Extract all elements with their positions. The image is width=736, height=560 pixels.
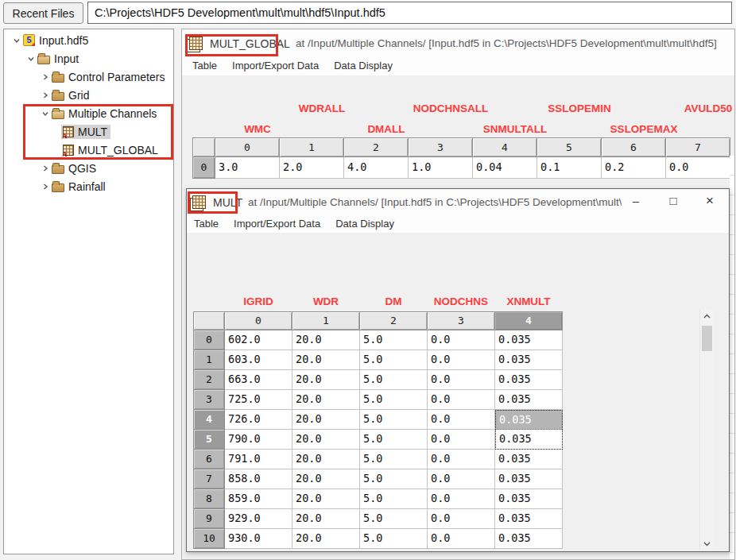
table-cell[interactable]: 20.0 xyxy=(292,370,360,390)
row-header[interactable]: 6 xyxy=(193,450,225,469)
column-header[interactable]: 5 xyxy=(537,137,602,157)
table-cell[interactable]: 603.0 xyxy=(225,350,292,370)
table-cell[interactable]: 5.0 xyxy=(360,390,428,410)
row-header-selected[interactable]: 5 xyxy=(193,430,225,450)
chevron-right-icon[interactable] xyxy=(39,163,52,174)
table-cell[interactable]: 0.0 xyxy=(428,430,495,450)
table-cell[interactable]: 0.0 xyxy=(428,410,495,430)
chevron-right-icon[interactable] xyxy=(39,71,52,83)
table-cell[interactable]: 5.0 xyxy=(360,370,428,390)
menu-item-table[interactable]: Table xyxy=(194,218,219,230)
table-cell[interactable]: 5.0 xyxy=(360,489,428,509)
tree-item-grid[interactable]: Grid xyxy=(4,86,173,104)
close-button[interactable]: × xyxy=(697,189,722,214)
table-cell[interactable]: 20.0 xyxy=(292,450,360,469)
minimize-button[interactable]: – xyxy=(623,189,649,214)
tree-item-mult[interactable]: A MULT xyxy=(4,122,173,141)
table-cell[interactable]: 859.0 xyxy=(225,489,292,509)
row-header[interactable]: 3 xyxy=(193,390,225,410)
table-cell[interactable]: 3.0 xyxy=(215,157,280,179)
scroll-up-icon[interactable] xyxy=(700,310,714,322)
table-cell[interactable]: 20.0 xyxy=(292,330,360,350)
table-cell[interactable]: 20.0 xyxy=(292,529,360,549)
table-cell[interactable]: 726.0 xyxy=(225,410,292,430)
row-header[interactable]: 9 xyxy=(193,509,225,529)
table-cell[interactable]: 602.0 xyxy=(225,330,292,350)
table-cell[interactable]: 0.035 xyxy=(495,529,563,549)
menu-item-data-display[interactable]: Data Display xyxy=(334,60,393,71)
column-header-selected[interactable]: 4 xyxy=(495,311,563,330)
table-cell[interactable]: 5.0 xyxy=(360,509,428,529)
tree-item-mult-global[interactable]: A MULT_GLOBAL xyxy=(4,141,173,159)
table-cell[interactable]: 20.0 xyxy=(292,489,360,509)
table-cell[interactable]: 0.0 xyxy=(428,529,495,549)
row-header[interactable]: 10 xyxy=(193,529,225,549)
table-cell[interactable]: 725.0 xyxy=(225,390,292,410)
table-cell[interactable]: 663.0 xyxy=(225,370,292,390)
chevron-right-icon[interactable] xyxy=(39,90,52,101)
table-cell[interactable]: 0.0 xyxy=(428,370,495,390)
column-header[interactable]: 1 xyxy=(280,137,344,157)
table-cell[interactable]: 0.035 xyxy=(495,469,563,489)
column-header[interactable]: 7 xyxy=(666,137,730,157)
table-cell[interactable]: 5.0 xyxy=(360,529,428,549)
chevron-down-icon[interactable] xyxy=(10,35,23,46)
table-cell[interactable]: 0.035 xyxy=(495,390,563,410)
menu-item-table[interactable]: Table xyxy=(192,60,217,71)
table-cell[interactable]: 0.0 xyxy=(428,450,495,469)
scrollbar-thumb[interactable] xyxy=(702,326,712,351)
menu-item-data-display[interactable]: Data Display xyxy=(335,218,394,230)
row-header[interactable]: 8 xyxy=(193,489,225,509)
table-cell[interactable]: 0.0 xyxy=(428,469,495,489)
table-cell[interactable]: 0.1 xyxy=(537,157,602,179)
table-cell[interactable]: 0.2 xyxy=(602,157,666,179)
tree-item-input-group[interactable]: Input xyxy=(4,49,173,68)
table-cell[interactable]: 930.0 xyxy=(225,529,292,549)
table-cell[interactable]: 20.0 xyxy=(292,410,360,430)
column-header[interactable]: 3 xyxy=(428,311,495,330)
column-header[interactable]: 0 xyxy=(215,137,280,157)
table-cell[interactable]: 5.0 xyxy=(360,350,428,370)
table-cell[interactable]: 0.035 xyxy=(495,350,563,370)
tree-item-multiple-channels[interactable]: Multiple Channels xyxy=(4,104,173,122)
table-cell[interactable]: 5.0 xyxy=(360,450,428,469)
menu-item-import-export[interactable]: Import/Export Data xyxy=(234,218,320,230)
table-cell-selection-extent[interactable]: 0.035 xyxy=(495,430,563,450)
row-header-selected[interactable]: 4 xyxy=(193,410,225,430)
row-header[interactable]: 2 xyxy=(193,370,225,390)
table-cell[interactable]: 0.035 xyxy=(495,489,563,509)
column-header[interactable]: 6 xyxy=(602,137,666,157)
file-path-input[interactable]: C:\Projects\HDF5 Development\mult\mult\h… xyxy=(87,2,732,24)
table-cell[interactable]: 0.035 xyxy=(495,509,563,529)
table-cell[interactable]: 0.035 xyxy=(495,330,563,350)
tree-item-qgis[interactable]: QGIS xyxy=(4,159,173,177)
column-header[interactable]: 2 xyxy=(360,311,428,330)
chevron-right-icon[interactable] xyxy=(39,181,52,192)
table-cell[interactable]: 0.0 xyxy=(428,350,495,370)
table-cell[interactable]: 791.0 xyxy=(225,450,292,469)
table-cell[interactable]: 929.0 xyxy=(225,509,292,529)
column-header[interactable]: 3 xyxy=(409,137,473,157)
table-cell[interactable]: 20.0 xyxy=(292,350,360,370)
column-header[interactable]: 4 xyxy=(473,137,537,157)
column-header[interactable]: 0 xyxy=(225,311,292,330)
row-header[interactable]: 0 xyxy=(193,330,225,350)
table-cell[interactable]: 0.0 xyxy=(428,489,495,509)
table-cell[interactable]: 0.035 xyxy=(495,370,563,390)
tree-item-rainfall[interactable]: Rainfall xyxy=(4,177,173,195)
column-header[interactable]: 1 xyxy=(292,311,360,330)
table-cell[interactable]: 4.0 xyxy=(344,157,409,179)
table-cell[interactable]: 20.0 xyxy=(292,430,360,450)
tree-item-control-parameters[interactable]: Control Parameters xyxy=(4,68,173,86)
table-cell[interactable]: 0.0 xyxy=(428,330,495,350)
table-cell[interactable]: 0.035 xyxy=(495,450,563,469)
scroll-down-icon[interactable] xyxy=(700,537,714,550)
maximize-button[interactable]: □ xyxy=(660,189,686,214)
vertical-scrollbar[interactable] xyxy=(699,310,713,550)
table-cell[interactable]: 20.0 xyxy=(292,469,360,489)
chevron-down-icon[interactable] xyxy=(25,53,37,64)
recent-files-button[interactable]: Recent Files xyxy=(3,2,83,24)
table-cell[interactable]: 0.0 xyxy=(428,509,495,529)
table-cell[interactable]: 20.0 xyxy=(292,509,360,529)
table-cell[interactable]: 1.0 xyxy=(409,157,473,179)
